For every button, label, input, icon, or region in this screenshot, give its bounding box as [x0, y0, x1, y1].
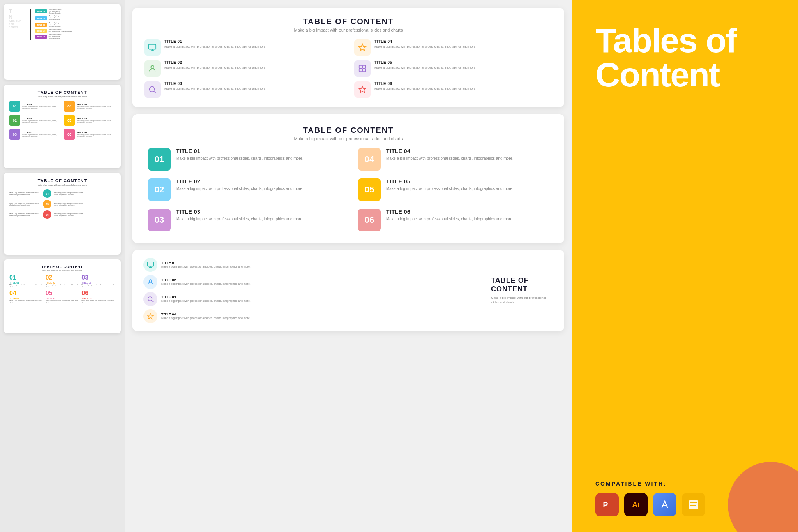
slide4-item-1: 01 TITLE 01 Make a big impact with profe… [9, 275, 43, 288]
svg-marker-1 [359, 44, 366, 51]
center-card-large[interactable]: TABLE OF CONTENT Make a big impact with … [132, 114, 564, 243]
slide1-bg-text2: N [9, 14, 24, 19]
slide-2[interactable]: TABLE OF CONTENT Make a big impact with … [4, 85, 121, 168]
bottom-item-4: TITLE 04 Make a big impact with professi… [143, 309, 483, 323]
slide4-item-5: 05 TITLE 05 Make a big impact with profe… [46, 290, 79, 303]
large-num-06: 06 [358, 209, 381, 231]
google-slides-icon[interactable] [682, 493, 705, 516]
timeline-item-4: TITLE 04 Make a big impactwith professio… [35, 29, 73, 33]
svg-marker-12 [148, 314, 154, 319]
bottom-item-1: TITLE 01 Make a big impact with professi… [143, 258, 483, 272]
large-item-text-2: TITLE 02 Make a big impact with professi… [176, 178, 304, 192]
icon-text-6: TITLE 06 Make a big impact with professi… [374, 81, 476, 91]
num-03: 03 [9, 129, 20, 140]
svg-rect-9 [148, 262, 154, 266]
bottom-icon-4 [143, 309, 157, 323]
slide2-content-5: TITLE 05 Make a big impact with professi… [77, 117, 115, 123]
icon-text-3: TITLE 03 Make a big impact with professi… [164, 81, 266, 91]
bottom-icon-1 [143, 258, 157, 272]
keynote-icon[interactable] [653, 493, 676, 516]
slide3-title: TABLE OF CONTENT [9, 178, 115, 183]
illustrator-icon[interactable]: Ai [624, 493, 648, 516]
bottom-icon-2 [143, 275, 157, 289]
icon-item-2: TITLE 02 Make a big impact with professi… [144, 60, 343, 77]
timeline-item-2: TITLE 02 Make a big impactwith professio… [35, 15, 73, 21]
badge-02: TITLE 02 [35, 16, 47, 20]
center-top-subtitle: Make a big impact with our professional … [144, 28, 553, 32]
left-panel: T N with our and charts TITLE 01 Make a … [0, 0, 125, 532]
timeline-desc-1: Make a big impactwith professionalslides… [49, 9, 61, 14]
bottom-right-title: TABLE OFCONTENT [491, 277, 529, 293]
icon-box-4 [354, 39, 371, 56]
bottom-text-2: TITLE 02 Make a big impact with professi… [161, 278, 251, 285]
slide3-list: Make a big impact with professional slid… [9, 189, 115, 219]
right-main-title-area: Tables of Content [595, 23, 779, 92]
large-num-03: 03 [148, 209, 171, 231]
bottom-list: TITLE 01 Make a big impact with professi… [143, 258, 483, 323]
timeline-desc-5: Make a big impactwith professionalslides… [49, 34, 61, 39]
right-panel: Tables of Content COMPATIBLE WITH: P Ai [572, 0, 798, 532]
large-num-01: 01 [148, 148, 171, 171]
slide2-content-6: TITLE 06 Make a big impact with professi… [77, 131, 115, 137]
slide-3[interactable]: TABLE OF CONTENT Make a big impact with … [4, 173, 121, 255]
icon-text-5: TITLE 05 Make a big impact with professi… [374, 60, 476, 70]
icon-box-6 [354, 81, 371, 98]
icon-box-2 [144, 60, 161, 77]
large-num-02: 02 [148, 178, 171, 201]
svg-text:P: P [603, 500, 608, 509]
center-card-bottom[interactable]: TITLE 01 Make a big impact with professi… [132, 250, 564, 331]
slide2-content-1: TITLE 01 Make a big impact with professi… [22, 103, 61, 109]
bottom-right-sub: Make a big impact with our professional … [491, 296, 553, 304]
right-main-title: Tables of Content [595, 23, 779, 92]
icon-text-4: TITLE 04 Make a big impact with professi… [374, 39, 476, 49]
bottom-text-3: TITLE 03 Make a big impact with professi… [161, 295, 251, 303]
bottom-text-1: TITLE 01 Make a big impact with professi… [161, 261, 251, 268]
badge-03: TITLE 03 [35, 23, 47, 27]
large-item-2: 02 TITLE 02 Make a big impact with profe… [148, 178, 339, 201]
slide3-row-1: Make a big impact with professional slid… [9, 189, 115, 198]
icon-item-1: TITLE 01 Make a big impact with professi… [144, 39, 343, 56]
num-05: 05 [64, 115, 75, 126]
badge-circle-05: 05 [43, 200, 51, 208]
large-item-text-4: TITLE 04 Make a big impact with professi… [386, 148, 514, 161]
timeline-item-3: TITLE 03 Make a big impactwith professio… [35, 22, 73, 28]
large-item-text-6: TITLE 06 Make a big impact with professi… [386, 209, 514, 222]
center-large-title: TABLE OF CONTENT [148, 126, 549, 135]
svg-rect-18 [690, 505, 696, 506]
slide3-row-2: Make a big impact with professional slid… [9, 200, 115, 208]
slide4-item-2: 02 TITLE 02 Make a big impact with profe… [46, 275, 79, 288]
badge-circle-06: 06 [43, 210, 51, 219]
center-card-top[interactable]: TABLE OF CONTENT Make a big impact with … [132, 8, 564, 107]
center-large-subtitle: Make a big impact with our professional … [148, 136, 549, 141]
timeline-item-5: TITLE 05 Make a big impactwith professio… [35, 34, 73, 39]
large-item-4: 04 TITLE 04 Make a big impact with profe… [358, 148, 549, 171]
icon-grid: TITLE 01 Make a big impact with professi… [144, 39, 553, 98]
slide1-bg-text4: and charts [9, 23, 24, 29]
svg-point-10 [149, 280, 152, 282]
slide4-item-3: 03 TITLE 03 Make a big impact with profe… [81, 275, 115, 288]
large-item-6: 06 TITLE 06 Make a big impact with profe… [358, 209, 549, 231]
svg-marker-8 [359, 86, 366, 93]
bottom-right-text: TABLE OFCONTENT Make a big impact with o… [491, 258, 553, 323]
icon-item-6: TITLE 06 Make a big impact with professi… [354, 81, 553, 98]
icon-item-4: TITLE 04 Make a big impact with professi… [354, 39, 553, 56]
slide4-item-6: 06 TITLE 06 Make a big impact with profe… [81, 290, 115, 303]
svg-rect-3 [359, 65, 362, 68]
slide-1[interactable]: T N with our and charts TITLE 01 Make a … [4, 4, 121, 80]
powerpoint-icon[interactable]: P [595, 493, 619, 516]
slide2-item-1: 01 TITLE 01 Make a big impact with profe… [9, 101, 61, 112]
timeline-desc-2: Make a big impactwith professionalslides… [49, 15, 61, 21]
badge-04: TITLE 04 [35, 29, 47, 33]
timeline-desc-4: Make a big impactwith professional slide… [49, 29, 73, 33]
center-top-title: TABLE OF CONTENT [144, 17, 553, 26]
slide-4[interactable]: TABLE OF CONTENT Make a big impact with … [4, 259, 121, 333]
large-num-04: 04 [358, 148, 381, 171]
icon-item-3: TITLE 03 Make a big impact with professi… [144, 81, 343, 98]
large-item-5: 05 TITLE 05 Make a big impact with profe… [358, 178, 549, 201]
icon-box-5 [354, 60, 371, 77]
num-06: 06 [64, 129, 75, 140]
slide2-item-3: 03 TITLE 03 Make a big impact with profe… [9, 129, 61, 140]
timeline-item-1: TITLE 01 Make a big impactwith professio… [35, 9, 73, 14]
icon-text-2: TITLE 02 Make a big impact with professi… [164, 60, 266, 70]
icon-box-3 [144, 81, 161, 98]
